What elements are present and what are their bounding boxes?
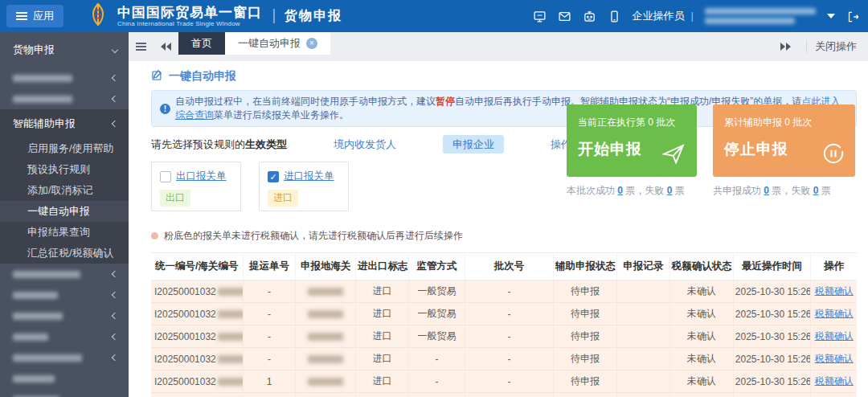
sidebar-subitem-3[interactable]: 一键自动申报: [0, 201, 129, 222]
cell-operation: 税额确认: [811, 393, 857, 397]
cell-supervision-mode: -: [408, 370, 465, 393]
sidebar-subitem-5[interactable]: 汇总征税/税额确认: [0, 243, 129, 264]
tax-confirm-link[interactable]: 税额确认: [815, 375, 854, 387]
sidebar-submenu: 启用服务/使用帮助预设执行规则添加/取消标记一键自动申报申报结果查询汇总征税/税…: [0, 138, 129, 264]
column-header-7: 申报记录: [616, 253, 669, 280]
cell-ie-flag: 进口: [356, 303, 409, 325]
cell-batch-number: -: [465, 393, 554, 397]
pink-dot-icon: [151, 232, 158, 239]
sidebar-subitem-0[interactable]: 启用服务/使用帮助: [0, 138, 129, 159]
close-tab-icon[interactable]: ×: [306, 38, 317, 49]
cell-tax-confirm-status: 未确认: [669, 370, 733, 393]
cell-declare-record: [616, 370, 669, 393]
export-declaration-link[interactable]: 出口报关单: [176, 170, 227, 183]
cell-declare-record: [616, 348, 669, 370]
cell-ie-flag: 进口: [356, 370, 409, 393]
sidebar-item-redacted-6[interactable]: [0, 326, 129, 347]
cell-customs-redacted: [296, 348, 356, 370]
sidebar-item-redacted-1[interactable]: [0, 68, 129, 88]
cell-bill-number: 1: [243, 370, 296, 393]
tab-one-click-auto-declare[interactable]: 一键自动申报 ×: [225, 32, 330, 55]
account-dropdown-caret-icon[interactable]: [827, 14, 835, 18]
rule-option-0[interactable]: 境内收发货人: [324, 135, 406, 153]
logout-icon[interactable]: [846, 10, 860, 23]
sidebar-subitem-1[interactable]: 预设执行规则: [0, 159, 129, 180]
chevron-left-icon: [112, 313, 118, 319]
cell-supervision-mode: 一般贸易: [408, 393, 465, 397]
scroll-tabs-right-icon[interactable]: [773, 43, 798, 51]
rule-option-1[interactable]: 申报企业: [443, 135, 504, 153]
tax-confirm-link[interactable]: 税额确认: [815, 353, 854, 364]
cell-last-operation-time: 2025-10-30 15:26:41: [733, 280, 811, 303]
sidebar-item-smart-assist-declaration[interactable]: 智能辅助申报: [0, 109, 129, 138]
import-declaration-link[interactable]: 进口报关单: [284, 170, 334, 183]
import-checkbox[interactable]: ✓: [268, 171, 279, 182]
cell-last-operation-time: 2025-10-30 15:26:41: [733, 370, 811, 393]
column-header-2: 申报地海关: [296, 253, 356, 280]
cell-ie-flag: 进口: [356, 280, 409, 303]
cell-last-operation-time: 2025-10-30 15:26:41: [733, 325, 811, 348]
sidebar-item-redacted-2[interactable]: [0, 88, 129, 109]
column-header-9: 最近操作时间: [733, 253, 811, 280]
close-operation-button[interactable]: 关闭操作: [815, 39, 868, 54]
header-divider: [273, 9, 275, 23]
cell-last-operation-time: 2025-10-30 15:26:41: [733, 348, 811, 370]
table-row: I202500010321进口--待申报未确认2025-10-30 15:26:…: [151, 370, 857, 393]
mail-icon[interactable]: [558, 10, 571, 23]
batch-stats: 本批次成功 0 票，失败 0 票: [567, 184, 697, 198]
cell-last-operation-time: 2025-10-30 15:26:41: [733, 393, 811, 397]
sidebar: 货物申报 智能辅助申报 启用服务/使用帮助预设执行规则添加/取消标记一键自动申报…: [0, 32, 129, 397]
cell-tax-confirm-status: 未确认: [669, 303, 733, 325]
stop-declaration-button[interactable]: 累计辅助申报 0 批次 停止申报: [713, 104, 855, 177]
sidebar-item-redacted-3[interactable]: [0, 264, 129, 284]
tax-confirm-link[interactable]: 税额确认: [815, 285, 854, 297]
edit-icon: [151, 69, 163, 84]
cell-declare-record: [616, 393, 669, 397]
collapse-sidebar-icon[interactable]: [129, 32, 154, 61]
tax-confirm-link[interactable]: 税额确认: [815, 308, 854, 319]
column-header-3: 进出口标志: [356, 253, 409, 280]
declarations-table: 统一编号/海关编号提运单号申报地海关进出口标志监管方式批次号辅助申报状态申报记录…: [151, 252, 857, 397]
mobile-icon[interactable]: [608, 10, 621, 23]
company-name-redacted: [705, 8, 816, 24]
sidebar-subitem-2[interactable]: 添加/取消标记: [0, 180, 129, 201]
chevron-left-icon: [112, 271, 118, 277]
cell-declare-record: [616, 325, 669, 348]
tab-home[interactable]: 首页: [178, 32, 225, 55]
cell-unified-number: I20250001032: [151, 280, 243, 303]
cell-bill-number: -: [243, 325, 296, 348]
table-row: I20250001032-进口一般贸易-待申报未确认2025-10-30 15:…: [151, 303, 857, 325]
cell-operation: 税额确认: [811, 370, 857, 393]
table-row: I20250001032-进口一般贸易-待申报未确认2025-10-30 15:…: [151, 393, 857, 397]
apps-button[interactable]: 应用: [6, 5, 63, 27]
chevron-left-icon: [112, 121, 118, 127]
pause-highlight: 暂停: [436, 96, 455, 107]
sidebar-item-redacted-8[interactable]: [0, 368, 129, 389]
robot-icon[interactable]: [583, 10, 596, 23]
sidebar-item-redacted-7[interactable]: [0, 347, 129, 368]
cell-operation: 税额确认: [811, 348, 857, 370]
start-declaration-button[interactable]: 当前正在执行第 0 批次 开始申报: [567, 104, 697, 177]
cell-bill-number: -: [243, 393, 296, 397]
import-tag: 进口: [268, 190, 298, 207]
column-header-6: 辅助申报状态: [553, 253, 616, 280]
tax-confirm-link[interactable]: 税额确认: [815, 330, 854, 342]
sidebar-subitem-4[interactable]: 申报结果查询: [0, 222, 129, 243]
apps-button-label: 应用: [33, 9, 54, 23]
brand: 中国国际贸易单一窗口 China International Trade Sin…: [86, 2, 262, 30]
pink-note: 粉底色的报关单未进行税额确认，请先进行税额确认后再进行后续操作: [151, 229, 857, 243]
sidebar-item-cargo-declaration[interactable]: 货物申报: [0, 32, 129, 68]
chevron-down-icon: [112, 47, 118, 53]
sidebar-item-redacted-5[interactable]: [0, 305, 129, 326]
scroll-tabs-left-icon[interactable]: [154, 32, 178, 61]
cell-tax-confirm-status: 未确认: [669, 393, 733, 397]
cell-unified-number: I20250001032: [151, 370, 243, 393]
sidebar-item-redacted-4[interactable]: [0, 284, 129, 305]
cell-supervision-mode: 一般贸易: [408, 303, 465, 325]
sidebar-item-redacted-9[interactable]: [0, 389, 129, 397]
column-header-0: 统一编号/海关编号: [151, 253, 243, 280]
monitor-icon[interactable]: [533, 10, 547, 23]
brand-subtitle: China International Trade Single Window: [117, 20, 262, 27]
export-checkbox[interactable]: [160, 171, 171, 182]
export-declaration-card: 出口报关单 出口: [151, 162, 241, 211]
